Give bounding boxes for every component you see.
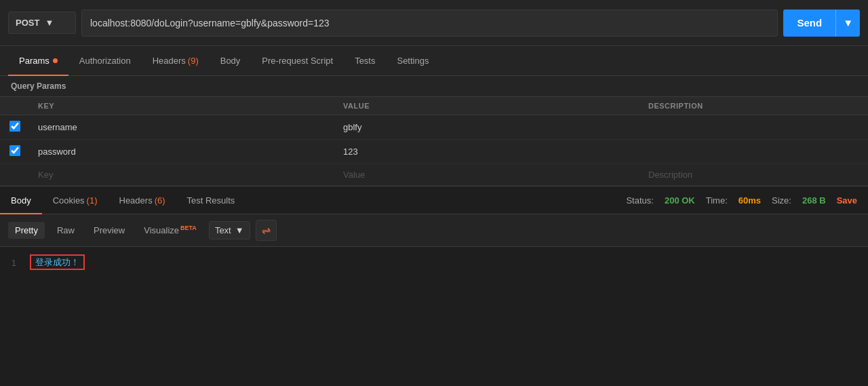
row1-check-cell[interactable] [0,115,30,140]
tab-authorization[interactable]: Authorization [68,46,142,76]
cookies-badge: (1) [87,195,98,206]
tab-params[interactable]: Params [8,46,68,76]
row3-check-cell [0,164,30,186]
method-chevron-icon: ▼ [45,18,54,28]
format-visualize-button[interactable]: Visualize [137,221,203,239]
col-key: KEY [30,97,335,115]
send-label: Send [783,9,835,37]
response-tab-bar: Body Cookies (1) Headers (6) Test Result… [0,186,868,214]
tab-body-label: Body [220,56,241,66]
time-value: 60ms [738,195,761,206]
row3-key-placeholder[interactable]: Key [30,164,335,186]
row2-value[interactable]: 123 [335,140,640,164]
tab-response-headers[interactable]: Headers (6) [108,186,176,214]
query-params-section-label: Query Params [0,76,868,97]
wrap-icon: ⇌ [262,224,271,237]
col-divider [852,97,868,115]
tab-tests-label: Tests [355,56,375,66]
response-headers-badge: (6) [155,195,165,206]
col-description: DESCRIPTION [640,97,852,115]
code-line-1: 1 登录成功！ [0,254,868,271]
size-value: 268 B [802,195,826,206]
row1-key[interactable]: username [30,115,335,140]
tab-cookies[interactable]: Cookies (1) [42,186,108,214]
save-link[interactable]: Save [837,195,857,206]
format-preview-button[interactable]: Preview [87,222,132,239]
params-table: KEY VALUE DESCRIPTION username gblfy pas… [0,97,868,186]
col-value: VALUE [335,97,640,115]
headers-badge: (9) [188,56,199,66]
tab-pre-request-script[interactable]: Pre-request Script [251,46,344,76]
status-code: 200 OK [665,195,695,206]
row2-check-cell[interactable] [0,140,30,164]
wrap-button[interactable]: ⇌ [256,220,277,241]
request-tab-bar: Params Authorization Headers (9) Body Pr… [0,46,868,76]
response-status-area: Status: 200 OK Time: 60ms Size: 268 B Sa… [626,195,868,206]
table-row-placeholder: Key Value Description [0,164,868,186]
tab-headers-label: Headers [153,56,186,66]
status-label: Status: [626,195,653,206]
tab-pre-request-label: Pre-request Script [262,56,333,66]
row1-divider [852,115,868,140]
tab-response-headers-label: Headers [119,195,153,206]
text-type-chevron-icon: ▼ [235,225,244,235]
table-row: password 123 [0,140,868,164]
format-bar: Pretty Raw Preview Visualize Text ▼ ⇌ [0,214,868,247]
text-type-dropdown[interactable]: Text ▼ [209,221,250,239]
send-button[interactable]: Send ▼ [783,9,860,37]
row3-divider [852,164,868,186]
code-content-1: 登录成功！ [24,255,90,270]
response-body: 1 登录成功！ [0,247,868,288]
table-row: username gblfy [0,115,868,140]
row1-value[interactable]: gblfy [335,115,640,140]
tab-response-body-label: Body [11,195,31,206]
method-select[interactable]: POST ▼ [8,12,76,34]
format-pretty-button[interactable]: Pretty [8,222,45,239]
tab-settings-label: Settings [397,56,429,66]
tab-cookies-label: Cookies [53,195,85,206]
row1-description[interactable] [640,115,852,140]
url-input[interactable] [81,9,778,37]
tab-tests[interactable]: Tests [344,46,386,76]
send-dropdown-icon[interactable]: ▼ [835,9,860,37]
tab-response-body[interactable]: Body [0,186,42,214]
params-dot-indicator [53,58,58,63]
text-type-label: Text [215,225,231,235]
url-bar: POST ▼ Send ▼ [0,0,868,46]
row2-key[interactable]: password [30,140,335,164]
tab-test-results-label: Test Results [187,195,235,206]
col-check [0,97,30,115]
line-number-1: 1 [0,256,24,269]
tab-test-results[interactable]: Test Results [176,186,246,214]
format-raw-button[interactable]: Raw [50,222,81,239]
row2-divider [852,140,868,164]
time-label: Time: [706,195,728,206]
row2-checkbox[interactable] [9,145,20,156]
size-label: Size: [772,195,791,206]
row3-description-placeholder[interactable]: Description [640,164,852,186]
row2-description[interactable] [640,140,852,164]
tab-settings[interactable]: Settings [386,46,439,76]
row1-checkbox[interactable] [9,121,20,132]
row3-value-placeholder[interactable]: Value [335,164,640,186]
tab-body[interactable]: Body [210,46,252,76]
tab-headers[interactable]: Headers (9) [142,46,210,76]
response-text-highlighted: 登录成功！ [30,254,85,270]
tab-authorization-label: Authorization [79,56,131,66]
tab-params-label: Params [19,56,50,66]
method-label: POST [16,18,39,28]
